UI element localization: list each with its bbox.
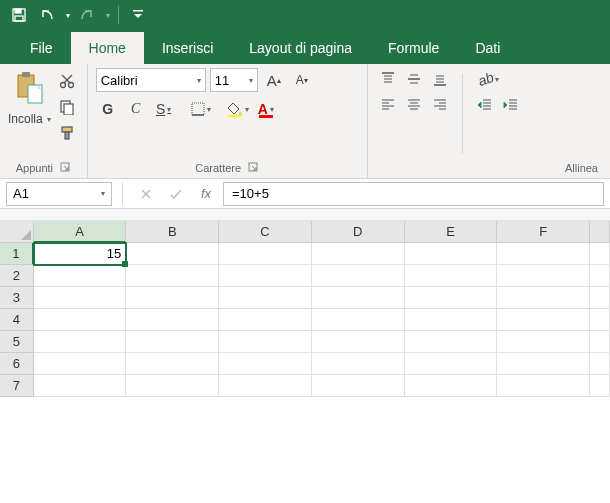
cell[interactable] (590, 353, 610, 375)
copy-icon[interactable] (55, 96, 79, 118)
cell[interactable] (590, 375, 610, 397)
cell[interactable] (219, 309, 312, 331)
undo-dropdown-icon[interactable]: ▾ (66, 11, 70, 20)
cell[interactable] (219, 265, 312, 287)
cell[interactable] (497, 243, 590, 265)
row-header-2[interactable]: 2 (0, 265, 34, 287)
cell[interactable] (312, 287, 405, 309)
cell[interactable] (34, 287, 127, 309)
cell[interactable] (590, 265, 610, 287)
cell[interactable] (590, 243, 610, 265)
cell[interactable] (312, 375, 405, 397)
cell[interactable] (312, 243, 405, 265)
align-middle-icon[interactable] (402, 68, 426, 90)
enter-formula-icon[interactable] (163, 183, 189, 205)
cell[interactable] (497, 375, 590, 397)
row-header-3[interactable]: 3 (0, 287, 34, 309)
cell[interactable] (590, 287, 610, 309)
cell[interactable] (312, 353, 405, 375)
tab-home[interactable]: Home (71, 32, 144, 64)
cell[interactable] (405, 331, 498, 353)
cut-icon[interactable] (55, 70, 79, 92)
cell[interactable] (34, 353, 127, 375)
align-bottom-icon[interactable] (428, 68, 452, 90)
col-header-a[interactable]: A (34, 221, 127, 243)
align-left-icon[interactable] (376, 94, 400, 116)
cell[interactable] (312, 265, 405, 287)
underline-button[interactable]: S▾ (152, 98, 176, 120)
row-header-4[interactable]: 4 (0, 309, 34, 331)
cell[interactable] (34, 309, 127, 331)
fx-button[interactable]: fx (193, 183, 219, 205)
font-name-select[interactable]: Calibri▾ (96, 68, 206, 92)
decrease-indent-icon[interactable] (473, 94, 497, 116)
cell[interactable] (590, 309, 610, 331)
cell[interactable] (219, 353, 312, 375)
customize-qat-icon[interactable] (127, 4, 149, 26)
font-launcher-icon[interactable] (247, 162, 259, 174)
row-header-1[interactable]: 1 (0, 243, 34, 265)
cell[interactable] (219, 243, 312, 265)
row-header-6[interactable]: 6 (0, 353, 34, 375)
cell[interactable] (126, 287, 219, 309)
cell[interactable] (590, 331, 610, 353)
cell[interactable] (34, 375, 127, 397)
borders-button[interactable]: ▾ (189, 98, 213, 120)
increase-indent-icon[interactable] (499, 94, 523, 116)
font-color-button[interactable]: A ▾ (254, 98, 278, 120)
row-header-5[interactable]: 5 (0, 331, 34, 353)
cell[interactable] (126, 309, 219, 331)
cell[interactable] (34, 331, 127, 353)
cell[interactable] (312, 309, 405, 331)
tab-insert[interactable]: Inserisci (144, 32, 231, 64)
cell[interactable] (126, 265, 219, 287)
italic-button[interactable]: C (124, 98, 148, 120)
cancel-formula-icon[interactable] (133, 183, 159, 205)
formula-input[interactable]: =10+5 (223, 182, 604, 206)
row-header-7[interactable]: 7 (0, 375, 34, 397)
name-box[interactable]: A1▾ (6, 182, 112, 206)
fill-color-button[interactable]: ▾ (226, 98, 250, 120)
font-size-select[interactable]: 11▾ (210, 68, 258, 92)
cell[interactable] (126, 375, 219, 397)
shrink-font-icon[interactable]: A▾ (290, 69, 314, 91)
cell[interactable] (126, 353, 219, 375)
align-center-icon[interactable] (402, 94, 426, 116)
bold-button[interactable]: G (96, 98, 120, 120)
cell[interactable] (497, 265, 590, 287)
cell[interactable] (405, 287, 498, 309)
cell[interactable] (405, 309, 498, 331)
cell[interactable] (497, 353, 590, 375)
cell[interactable] (34, 265, 127, 287)
cell[interactable] (219, 287, 312, 309)
cell[interactable] (126, 331, 219, 353)
tab-file[interactable]: File (12, 32, 71, 64)
cell-a1[interactable]: 15 (34, 243, 127, 265)
cell[interactable] (405, 353, 498, 375)
tab-layout[interactable]: Layout di pagina (231, 32, 370, 64)
col-header-d[interactable]: D (312, 221, 405, 243)
paste-label[interactable]: Incolla▾ (8, 112, 51, 126)
cell[interactable] (219, 375, 312, 397)
orientation-button[interactable]: ab▾ (473, 68, 505, 90)
col-header-g[interactable] (590, 221, 610, 243)
align-top-icon[interactable] (376, 68, 400, 90)
cell[interactable] (312, 331, 405, 353)
col-header-f[interactable]: F (497, 221, 590, 243)
cell[interactable] (405, 375, 498, 397)
cell[interactable] (497, 309, 590, 331)
cell[interactable] (497, 287, 590, 309)
col-header-c[interactable]: C (219, 221, 312, 243)
col-header-b[interactable]: B (126, 221, 219, 243)
cell[interactable] (497, 331, 590, 353)
cell[interactable] (219, 331, 312, 353)
clipboard-launcher-icon[interactable] (59, 162, 71, 174)
grow-font-icon[interactable]: A▴ (262, 69, 286, 91)
undo-icon[interactable] (36, 4, 58, 26)
cell[interactable] (405, 243, 498, 265)
tab-data[interactable]: Dati (457, 32, 518, 64)
paste-button[interactable] (11, 68, 47, 110)
tab-formulas[interactable]: Formule (370, 32, 457, 64)
select-all-corner[interactable] (0, 221, 34, 243)
col-header-e[interactable]: E (405, 221, 498, 243)
